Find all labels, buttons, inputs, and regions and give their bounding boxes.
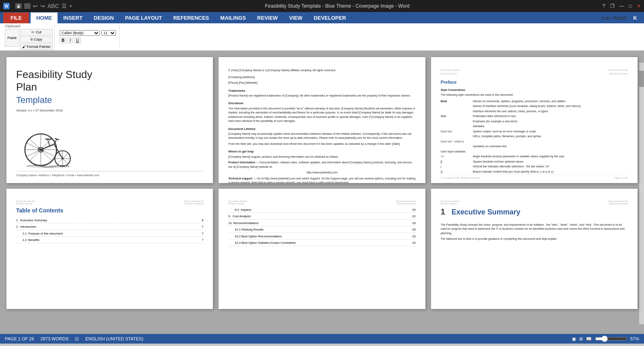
title-bar-controls: ? ❐ — □ ✕ [603, 3, 641, 9]
exec-summary-body: The Feasibility Study conveys the vision… [441, 223, 628, 241]
page-header: [Company Name] [Project Name] [Document … [441, 68, 628, 76]
user-info: Ivan Walsh K [601, 12, 641, 23]
zoom-slider[interactable] [595, 336, 627, 342]
view-web-icon[interactable]: ⊞ [579, 336, 583, 342]
exec-summary-title: Executive Summary [452, 208, 520, 216]
cover-version: Version X.x • 07 December 2016 [16, 109, 203, 112]
page-footer: © Company 2016. All rights reserved. Pag… [441, 174, 628, 180]
tab-mailings[interactable]: MAILINGS [215, 12, 252, 23]
cover-bicycle-image [16, 120, 72, 169]
tab-insert[interactable]: INSERT [58, 12, 88, 23]
tab-view[interactable]: VIEW [283, 12, 308, 23]
word-count: 2873 WORDS [41, 336, 69, 341]
tab-review[interactable]: REVIEW [252, 12, 283, 23]
font-size-select[interactable]: 11 [101, 30, 116, 36]
minimize-btn[interactable]: — [619, 3, 624, 9]
page-info: PAGE 1 OF 26 [5, 336, 34, 341]
preface-title: Preface [441, 79, 628, 86]
svg-line-20 [55, 139, 59, 140]
maximize-btn[interactable]: □ [629, 3, 632, 9]
title-bar-left: W 💾 ↩ ↪ ABC ☰ ▾ [3, 3, 72, 9]
copyright-text: © [Year] [Company Name] or a [Company Na… [228, 68, 415, 73]
exec-summary-page: [Company Name][Project Name] [Document N… [431, 189, 638, 309]
cover-page: Feasibility Study Plan Template Version … [6, 57, 213, 183]
toc-page: [Company Name][Project Name] [Document N… [6, 189, 213, 309]
title-bar: W 💾 ↩ ↪ ABC ☰ ▾ Feasibility Study Templa… [0, 0, 644, 12]
cover-footer: Company Name • Address • Telephone • Ema… [16, 171, 203, 177]
user-avatar: K [630, 12, 641, 23]
tab-file[interactable]: FILE [3, 12, 29, 23]
language: ENGLISH (UNITED STATES) [85, 336, 143, 341]
copy-btn[interactable]: ⎘ Copy [20, 36, 53, 43]
tab-page-layout[interactable]: PAGE LAYOUT [120, 12, 168, 23]
cut-btn[interactable]: ✂ Cut [20, 29, 53, 35]
font-family-select[interactable]: Calibri (Body) [60, 30, 100, 36]
status-bar-right: ▣ ⊞ 📖 57% [572, 336, 639, 342]
window-title: Feasibility Study Template - Blue Theme … [72, 3, 603, 9]
toc-title: Table of Contents [16, 207, 203, 214]
underline-btn[interactable]: U [74, 37, 81, 43]
svg-line-17 [48, 140, 50, 146]
style-conventions-table: BoldNames of commands, options, programs… [441, 99, 628, 175]
help-btn[interactable]: ? [603, 3, 605, 9]
tab-references[interactable]: REFERENCES [167, 12, 215, 23]
ribbon-tabs: FILE HOME INSERT DESIGN PAGE LAYOUT REFE… [0, 12, 644, 23]
user-name: Ivan Walsh [601, 15, 627, 21]
preface-page: [Company Name] [Project Name] [Document … [431, 57, 638, 183]
paste-btn[interactable]: Paste [5, 29, 19, 47]
format-painter-btn[interactable]: 🖌 Format Painter [20, 43, 53, 50]
status-bar: PAGE 1 OF 26 2873 WORDS ☑ ENGLISH (UNITE… [0, 334, 644, 344]
bold-btn[interactable]: B [60, 37, 66, 43]
tab-developer[interactable]: DEVELOPER [308, 12, 351, 23]
tab-home[interactable]: HOME [31, 12, 58, 23]
ribbon: FILE HOME INSERT DESIGN PAGE LAYOUT REFE… [0, 12, 644, 23]
cover-template-label: Template [16, 95, 203, 105]
restore-btn[interactable]: ❐ [610, 3, 615, 9]
zoom-level: 57% [630, 336, 639, 341]
ribbon-commands: Clipboard Paste ✂ Cut ⎘ Copy 🖌 Format Pa… [0, 23, 644, 51]
tab-design[interactable]: DESIGN [88, 12, 120, 23]
view-reading-icon[interactable]: 📖 [586, 336, 592, 342]
italic-btn[interactable]: I [68, 37, 73, 43]
view-print-icon[interactable]: ▣ [572, 336, 576, 342]
toc-middle-page: [Company Name][Project Name] [Document N… [219, 189, 425, 309]
toc-middle-items: 8.3 Impacts20 9 Cost Analysis22 10 Recom… [228, 207, 415, 246]
vertical-scrollbar[interactable] [639, 63, 644, 324]
copyright-page: © [Year] [Company Name] or a [Company Na… [219, 57, 425, 183]
proofing-icon: ☑ [75, 336, 79, 342]
toc-items: 1 Executive Summary6 2 Introduction7 2.1… [16, 218, 203, 243]
cover-title: Feasibility Study Plan [16, 68, 203, 93]
close-btn[interactable]: ✕ [637, 3, 641, 9]
